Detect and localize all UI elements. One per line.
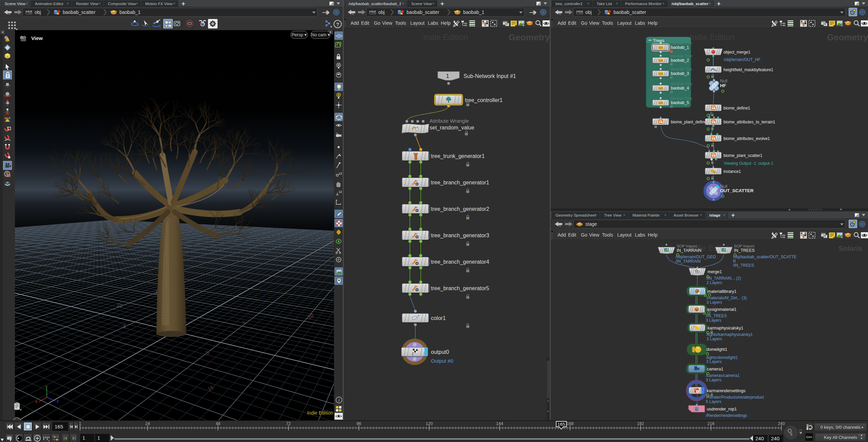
svg-text:Baobab Tree: Baobab Tree	[671, 54, 692, 58]
svg-text:96: 96	[357, 421, 361, 426]
svg-text:biome_plant_scatter1: biome_plant_scatter1	[723, 153, 762, 158]
svg-text:/Render/rendersettings: /Render/rendersettings	[706, 413, 747, 418]
svg-text:24: 24	[145, 421, 150, 426]
svg-text:tree_trunk_generator1: tree_trunk_generator1	[431, 153, 485, 159]
svg-text:color1: color1	[431, 315, 446, 321]
svg-text:x: x	[35, 399, 37, 404]
svg-text:baobab_4: baobab_4	[671, 86, 689, 91]
svg-text:merge1: merge1	[707, 269, 722, 274]
svg-text:Trees: Trees	[653, 38, 664, 43]
svg-text:baobab_2: baobab_2	[671, 58, 689, 63]
svg-text:karmaphysicalsky1: karmaphysicalsky1	[707, 326, 743, 330]
svg-text:-5: -5	[121, 322, 127, 329]
svg-text:/obj/baobab_scatter/OUT_SCATTE: /obj/baobab_scatter/OUT_SCATTE	[733, 255, 796, 259]
svg-text:baobab_1: baobab_1	[671, 45, 689, 50]
svg-text:5: 5	[205, 349, 210, 356]
svg-text:biome_attributes_to_terrain1: biome_attributes_to_terrain1	[723, 120, 775, 124]
svg-text:192: 192	[637, 421, 644, 426]
svg-text:168: 168	[567, 421, 574, 426]
svg-text:Sub-Network Input #1: Sub-Network Input #1	[464, 73, 516, 79]
svg-text:12: 12	[339, 190, 342, 194]
svg-text:tree_branch_generator2: tree_branch_generator2	[431, 206, 489, 212]
svg-text:165: 165	[558, 422, 565, 427]
svg-text:instance1: instance1	[723, 169, 741, 174]
svg-text:tree_branch_generator4: tree_branch_generator4	[431, 259, 489, 265]
svg-text:3 Layers: 3 Layers	[706, 378, 721, 382]
svg-text:12: 12	[339, 172, 342, 175]
svg-text:Viewing Output -1: output-1: Viewing Output -1: output-1	[724, 161, 773, 166]
svg-text:baobab_3: baobab_3	[671, 71, 689, 76]
svg-text:tree_branch_generator5: tree_branch_generator5	[431, 285, 489, 292]
svg-text:3 Layers: 3 Layers	[706, 300, 722, 305]
svg-text:z: z	[57, 399, 59, 403]
svg-text:3 Layers: 3 Layers	[706, 318, 721, 323]
svg-text:object_merge1: object_merge1	[723, 50, 751, 55]
svg-text:karmarendersettings: karmarendersettings	[707, 388, 746, 393]
svg-text:IN_TARRAIN: IN_TARRAIN	[677, 248, 701, 253]
svg-text:72: 72	[286, 421, 291, 426]
svg-text:biome_attributes_evolve1: biome_attributes_evolve1	[723, 136, 770, 141]
svg-text:OUT_SCATTER: OUT_SCATTER	[720, 188, 754, 193]
svg-text:camera1: camera1	[707, 367, 723, 371]
svg-text:heightfield_maskbyfeature1: heightfield_maskbyfeature1	[723, 67, 773, 72]
svg-text:1: 1	[79, 421, 81, 426]
svg-text:materiallibrary1: materiallibrary1	[707, 289, 736, 294]
svg-text:Output #0: Output #0	[431, 358, 453, 364]
svg-text:SOP Import: SOP Import	[677, 244, 697, 248]
svg-text:/IN_TARRAIN: /IN_TARRAIN	[676, 259, 701, 264]
svg-text:240: 240	[778, 421, 785, 426]
svg-text:?: ?	[336, 21, 339, 27]
svg-text:1: 1	[446, 73, 449, 79]
svg-text:output0: output0	[431, 349, 449, 355]
svg-text:216: 216	[707, 421, 715, 426]
svg-text:IN_TREES: IN_TREES	[734, 248, 755, 253]
svg-text:Baobab Tree: Baobab Tree	[671, 82, 692, 86]
svg-text:5 Layers: 5 Layers	[706, 399, 721, 404]
svg-text:tree_controller1: tree_controller1	[465, 97, 503, 103]
svg-text:Baobab Tree: Baobab Tree	[671, 67, 692, 71]
svg-text:biome_plant_define1: biome_plant_define1	[671, 120, 709, 124]
svg-text:tree_branch_generator1: tree_branch_generator1	[431, 180, 489, 186]
svg-text:120: 120	[426, 421, 433, 426]
svg-text:5: 5	[241, 320, 246, 326]
svg-text:assignmaterial1: assignmaterial1	[707, 307, 737, 312]
svg-text:domelight1: domelight1	[706, 347, 727, 352]
svg-text:144: 144	[496, 421, 503, 426]
svg-text:y: y	[45, 385, 48, 389]
svg-text:baobab_5: baobab_5	[671, 100, 689, 105]
svg-text:48: 48	[215, 421, 220, 426]
svg-text:/IN_TREES: /IN_TREES	[733, 263, 754, 268]
svg-text:tree_branch_generator3: tree_branch_generator3	[431, 233, 489, 239]
svg-text:Null: Null	[720, 79, 728, 83]
svg-text:biome_define1: biome_define1	[723, 106, 750, 110]
svg-text:Baobab Tree: Baobab Tree	[671, 96, 692, 100]
svg-text:3 Layers: 3 Layers	[706, 359, 722, 364]
svg-text:usdrender_rop1: usdrender_rop1	[707, 407, 737, 411]
svg-text:HF: HF	[720, 83, 726, 88]
svg-text:2 Layers: 2 Layers	[706, 280, 722, 285]
svg-text:Baobab Tree: Baobab Tree	[671, 41, 692, 45]
svg-text:i: i	[339, 398, 340, 403]
svg-text:/obj/terrain/OUT_HF: /obj/terrain/OUT_HF	[724, 57, 760, 62]
svg-text:SOP Import: SOP Import	[734, 244, 755, 248]
svg-text:3 Layers: 3 Layers	[706, 337, 722, 341]
svg-text:set_random_value: set_random_value	[430, 125, 474, 131]
svg-text:Attribute Wrangle: Attribute Wrangle	[430, 118, 469, 124]
